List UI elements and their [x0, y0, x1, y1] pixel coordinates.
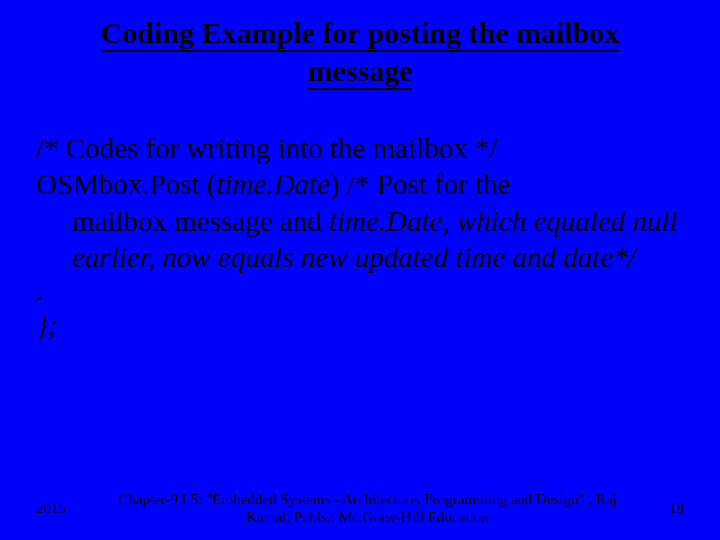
footer-citation: Chapter-9 L5: "Embedded Systems - Archit…	[66, 490, 669, 526]
slide: Coding Example for posting the mailbox m…	[0, 0, 720, 540]
code-text: OSMbox.Post (	[36, 168, 217, 200]
footer-year: 2015	[36, 500, 66, 517]
code-dot: .	[36, 275, 684, 307]
code-text-2: ) /* Post for the	[330, 168, 510, 200]
code-close: };	[36, 307, 684, 343]
code-indent: mailbox message and time.Date, which equ…	[36, 203, 684, 276]
slide-body: /* Codes for writing into the mailbox */…	[36, 130, 684, 343]
code-arg: time.Date	[217, 168, 331, 200]
slide-footer: 2015 Chapter-9 L5: "Embedded Systems - A…	[0, 490, 720, 526]
title-line-2: message	[308, 54, 413, 90]
code-indent-a: mailbox message and	[72, 205, 329, 237]
code-line: OSMbox.Post (time.Date) /* Post for the …	[36, 166, 684, 275]
code-comment-line: /* Codes for writing into the mailbox */	[36, 130, 684, 166]
footer-page-number: 18	[669, 500, 684, 517]
slide-title: Coding Example for posting the mailbox m…	[0, 14, 720, 89]
title-line-1: Coding Example for posting the mailbox	[101, 16, 620, 52]
